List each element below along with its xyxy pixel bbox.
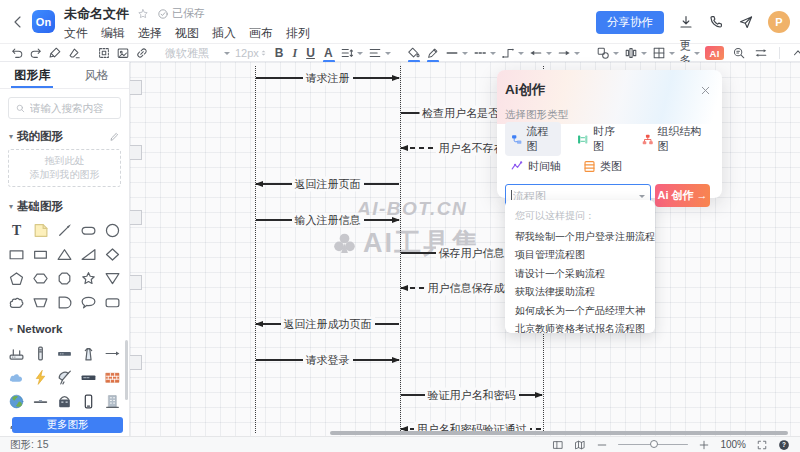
toolbar-stroke-pen[interactable] [426, 46, 440, 61]
back-button[interactable] [10, 14, 26, 30]
shape-pen[interactable] [53, 218, 77, 242]
sequence-message[interactable]: 输入注册信息 [255, 213, 400, 227]
shape-globe[interactable] [5, 389, 29, 413]
menu-画布[interactable]: 画布 [249, 25, 273, 42]
section-my-shapes[interactable]: ▾ 我的图形 [0, 125, 129, 147]
shape-switch[interactable] [76, 365, 100, 389]
document-title[interactable]: 未命名文件 [64, 5, 129, 23]
shape-cloud[interactable] [5, 365, 29, 389]
toolbar-font-color[interactable]: A [322, 46, 335, 61]
menu-插入[interactable]: 插入 [212, 25, 236, 42]
toolbar-font-family[interactable]: 微软雅黑 [165, 46, 230, 61]
shape-rtriangle[interactable] [76, 242, 100, 266]
close-icon[interactable] [699, 84, 712, 97]
shape-cable[interactable] [29, 389, 53, 413]
shape-ellipse[interactable] [100, 218, 124, 242]
my-shapes-dropzone[interactable]: 拖到此处 添加到我的图形 [8, 149, 121, 187]
phone-icon[interactable] [708, 14, 724, 30]
edit-pencil-icon[interactable] [109, 131, 120, 142]
menu-文件[interactable]: 文件 [64, 25, 88, 42]
toolbar-format-painter[interactable] [48, 46, 62, 61]
shape-diamond[interactable] [100, 242, 124, 266]
zoom-slider-knob[interactable] [650, 440, 658, 448]
shape-wifi-router[interactable] [5, 341, 29, 365]
shape-firewall[interactable] [100, 365, 124, 389]
layout-frame-icon[interactable] [552, 439, 564, 451]
toolbar-flow-arrows[interactable] [754, 46, 768, 61]
shape-triangle[interactable] [53, 242, 77, 266]
zoom-out-icon[interactable] [596, 439, 608, 451]
menu-编辑[interactable]: 编辑 [101, 25, 125, 42]
horizontal-scrollbar[interactable] [330, 431, 788, 435]
shape-star[interactable] [76, 266, 100, 290]
shape-pill[interactable] [76, 218, 100, 242]
menu-视图[interactable]: 视图 [175, 25, 199, 42]
shape-modem[interactable] [53, 341, 77, 365]
shape-rrect[interactable] [100, 290, 124, 314]
shape-phone[interactable] [53, 389, 77, 413]
toolbar-clear-format[interactable] [67, 46, 81, 61]
shape-dtriangle[interactable] [100, 266, 124, 290]
tab-shape-library[interactable]: 图形库 [0, 62, 65, 88]
toolbar-redo[interactable] [29, 46, 43, 61]
toolbar-text-align[interactable] [368, 46, 391, 61]
fullscreen-icon[interactable] [756, 439, 768, 451]
toolbar-find[interactable] [732, 46, 746, 61]
suggestion-item[interactable]: 项目管理流程图 [515, 246, 645, 264]
toolbar-image[interactable] [116, 46, 130, 61]
shape-smartphone[interactable] [76, 389, 100, 413]
toolbar-more[interactable]: 更多 [680, 46, 701, 61]
zoom-slider[interactable] [618, 439, 688, 451]
toolbar-bold[interactable]: B [273, 46, 286, 61]
sequence-message[interactable]: 验证用户名和密码 [400, 388, 543, 402]
tab-style[interactable]: 风格 [65, 62, 130, 88]
map-icon[interactable] [574, 439, 586, 451]
shape-search[interactable] [8, 97, 121, 119]
diagram-type-2[interactable]: 时序图 [571, 122, 627, 156]
diagram-type-5[interactable]: 类图 [577, 157, 628, 176]
shape-rect[interactable] [5, 242, 29, 266]
diagram-type-4[interactable]: 时间轴 [505, 157, 567, 176]
help-icon[interactable]: ? [778, 439, 790, 451]
toolbar-underline[interactable]: U [304, 46, 317, 61]
shape-teardrop[interactable] [53, 290, 77, 314]
shape-note[interactable] [29, 218, 53, 242]
avatar[interactable]: P [768, 11, 790, 33]
shape-speech[interactable] [76, 290, 100, 314]
suggestion-item[interactable]: 请设计一个采购流程 [515, 265, 645, 283]
zoom-level[interactable]: 100% [720, 439, 746, 450]
shape-tower[interactable] [76, 341, 100, 365]
shape-octagon[interactable] [53, 266, 77, 290]
diagram-type-3[interactable]: 组织结构图 [636, 122, 712, 156]
more-shapes-button[interactable]: 更多图形 [12, 417, 123, 433]
ai-create-button[interactable]: Ai 创作 → [655, 184, 710, 207]
sequence-message[interactable]: 请求注册 [255, 71, 400, 85]
toolbar-ai-create[interactable]: AI [705, 46, 724, 61]
toolbar-line-style[interactable] [445, 46, 468, 61]
menu-排列[interactable]: 排列 [286, 25, 310, 42]
toolbar-italic[interactable]: I [291, 46, 300, 61]
section-basic-shapes[interactable]: ▾ 基础图形 [0, 195, 129, 217]
download-icon[interactable] [678, 14, 694, 30]
sequence-message[interactable]: 返回注册成功页面 [255, 317, 400, 331]
suggestion-item[interactable]: 北京教师资格考试报名流程图 [515, 320, 645, 333]
menu-选择[interactable]: 选择 [138, 25, 162, 42]
lifeline-1[interactable] [255, 66, 256, 433]
shape-stick[interactable] [29, 341, 53, 365]
toolbar-undo[interactable] [10, 46, 24, 61]
toolbar-link[interactable] [135, 46, 149, 61]
send-icon[interactable] [738, 14, 754, 30]
toolbar-dash-style[interactable] [473, 46, 496, 61]
suggestion-item[interactable]: 获取法律援助流程 [515, 283, 645, 301]
toolbar-chevron-up[interactable] [791, 46, 800, 61]
sidebar-scrollbar[interactable] [125, 340, 128, 400]
shape-building[interactable] [100, 389, 124, 413]
sequence-message[interactable]: 返回注册页面 [255, 177, 400, 191]
shape-satellite[interactable] [53, 365, 77, 389]
dropdown-caret-icon[interactable] [639, 195, 645, 198]
search-input[interactable] [30, 102, 114, 114]
diagram-type-1[interactable]: 流程图 [505, 122, 561, 156]
toolbar-line-height[interactable] [340, 46, 363, 61]
shape-rect2[interactable] [29, 242, 53, 266]
toolbar-table-grid[interactable] [652, 46, 675, 61]
